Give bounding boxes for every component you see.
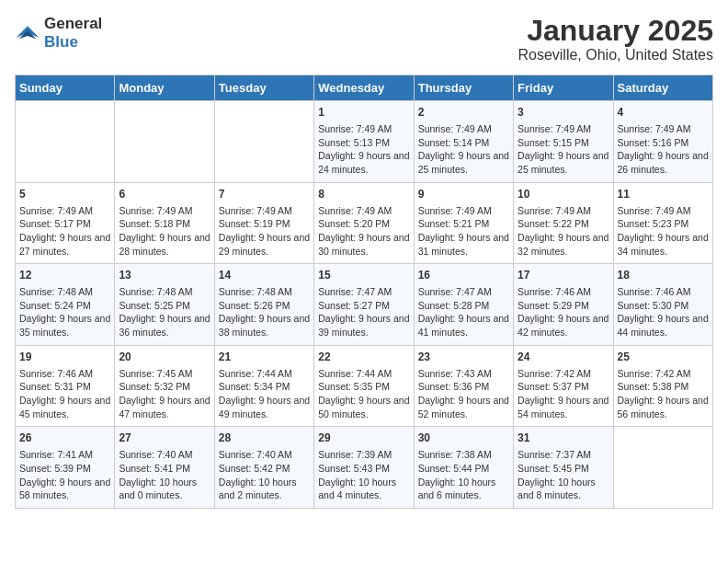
cell-text-line: Sunrise: 7:49 AM <box>119 205 192 216</box>
day-number: 5 <box>19 187 110 202</box>
calendar-cell: 16Sunrise: 7:47 AMSunset: 5:28 PMDayligh… <box>414 264 513 346</box>
calendar-title: January 2025 <box>518 15 713 47</box>
cell-text-line: Daylight: 9 hours and 49 minutes. <box>219 395 310 419</box>
cell-text-line: Sunrise: 7:40 AM <box>219 449 292 460</box>
calendar-cell: 6Sunrise: 7:49 AMSunset: 5:18 PMDaylight… <box>115 182 214 264</box>
cell-text-line: Sunset: 5:45 PM <box>518 463 589 474</box>
day-number: 1 <box>318 105 409 121</box>
col-header-thursday: Thursday <box>414 75 513 101</box>
cell-text-line: Daylight: 9 hours and 25 minutes. <box>418 150 509 175</box>
cell-text-line: Sunset: 5:34 PM <box>219 381 290 392</box>
cell-text-line: Sunrise: 7:49 AM <box>318 123 392 134</box>
calendar-cell: 2Sunrise: 7:49 AMSunset: 5:14 PMDaylight… <box>414 101 513 183</box>
cell-text-line: Daylight: 9 hours and 35 minutes. <box>19 313 110 338</box>
cell-text-line: Sunrise: 7:49 AM <box>19 205 93 216</box>
day-number: 18 <box>618 268 709 283</box>
day-number: 28 <box>219 431 310 446</box>
day-number: 21 <box>219 350 310 365</box>
cell-text-line: Sunrise: 7:43 AM <box>418 368 492 379</box>
cell-text-line: Sunset: 5:15 PM <box>518 137 589 148</box>
calendar-cell <box>115 101 214 183</box>
logo-icon <box>15 23 40 43</box>
calendar-week-row: 26Sunrise: 7:41 AMSunset: 5:39 PMDayligh… <box>16 427 713 509</box>
calendar-cell: 24Sunrise: 7:42 AMSunset: 5:37 PMDayligh… <box>514 345 613 427</box>
day-number: 20 <box>119 350 210 365</box>
col-header-friday: Friday <box>514 75 613 101</box>
calendar-cell: 29Sunrise: 7:39 AMSunset: 5:43 PMDayligh… <box>314 427 414 509</box>
cell-text-line: Sunset: 5:42 PM <box>219 463 290 474</box>
calendar-cell: 10Sunrise: 7:49 AMSunset: 5:22 PMDayligh… <box>514 182 613 264</box>
logo-blue: Blue <box>44 33 78 51</box>
cell-text-line: Sunset: 5:38 PM <box>618 381 689 392</box>
cell-text-line: Sunrise: 7:49 AM <box>518 123 591 134</box>
cell-text-line: Sunset: 5:25 PM <box>119 300 190 311</box>
calendar-cell: 23Sunrise: 7:43 AMSunset: 5:36 PMDayligh… <box>414 345 513 427</box>
day-number: 27 <box>119 431 210 446</box>
cell-text-line: Daylight: 9 hours and 50 minutes. <box>318 395 409 419</box>
cell-text-line: Sunrise: 7:40 AM <box>119 449 192 460</box>
day-number: 31 <box>518 431 609 446</box>
cell-text-line: Daylight: 9 hours and 42 minutes. <box>518 313 609 338</box>
day-number: 19 <box>19 350 110 365</box>
cell-text-line: Daylight: 10 hours and 4 minutes. <box>318 477 396 501</box>
day-number: 17 <box>518 268 609 283</box>
cell-text-line: Daylight: 9 hours and 44 minutes. <box>618 313 709 338</box>
calendar-cell: 21Sunrise: 7:44 AMSunset: 5:34 PMDayligh… <box>214 345 313 427</box>
cell-text-line: Sunset: 5:28 PM <box>418 300 490 311</box>
cell-text-line: Daylight: 10 hours and 0 minutes. <box>119 477 197 501</box>
cell-text-line: Daylight: 10 hours and 6 minutes. <box>418 477 496 501</box>
cell-text-line: Sunrise: 7:49 AM <box>618 205 691 216</box>
cell-text-line: Sunset: 5:35 PM <box>318 381 390 392</box>
cell-text-line: Sunrise: 7:49 AM <box>418 123 492 134</box>
day-number: 9 <box>418 187 509 202</box>
cell-text-line: Daylight: 9 hours and 24 minutes. <box>318 150 409 175</box>
cell-text-line: Sunset: 5:17 PM <box>19 218 91 229</box>
cell-text-line: Sunset: 5:20 PM <box>318 218 390 229</box>
calendar-table: SundayMondayTuesdayWednesdayThursdayFrid… <box>15 75 713 509</box>
cell-text-line: Daylight: 9 hours and 41 minutes. <box>418 313 509 338</box>
day-number: 8 <box>318 187 409 202</box>
calendar-week-row: 5Sunrise: 7:49 AMSunset: 5:17 PMDaylight… <box>16 182 713 264</box>
calendar-week-row: 12Sunrise: 7:48 AMSunset: 5:24 PMDayligh… <box>16 264 713 346</box>
calendar-cell: 4Sunrise: 7:49 AMSunset: 5:16 PMDaylight… <box>613 101 712 183</box>
calendar-cell: 17Sunrise: 7:46 AMSunset: 5:29 PMDayligh… <box>514 264 613 346</box>
cell-text-line: Sunset: 5:19 PM <box>219 218 290 229</box>
cell-text-line: Daylight: 9 hours and 34 minutes. <box>618 232 709 257</box>
cell-text-line: Daylight: 9 hours and 36 minutes. <box>119 313 210 338</box>
cell-text-line: Sunrise: 7:46 AM <box>518 286 591 297</box>
calendar-header-row: SundayMondayTuesdayWednesdayThursdayFrid… <box>16 75 713 101</box>
logo: General Blue <box>15 15 102 52</box>
day-number: 22 <box>318 350 409 365</box>
cell-text-line: Sunrise: 7:37 AM <box>518 449 591 460</box>
cell-text-line: Daylight: 9 hours and 39 minutes. <box>318 313 409 338</box>
cell-text-line: Daylight: 9 hours and 30 minutes. <box>318 232 409 257</box>
calendar-cell: 28Sunrise: 7:40 AMSunset: 5:42 PMDayligh… <box>214 427 313 509</box>
calendar-cell: 26Sunrise: 7:41 AMSunset: 5:39 PMDayligh… <box>16 427 115 509</box>
cell-text-line: Sunset: 5:14 PM <box>418 137 490 148</box>
cell-text-line: Sunrise: 7:49 AM <box>618 123 691 134</box>
cell-text-line: Sunrise: 7:49 AM <box>518 205 591 216</box>
calendar-cell: 12Sunrise: 7:48 AMSunset: 5:24 PMDayligh… <box>16 264 115 346</box>
cell-text-line: Sunset: 5:29 PM <box>518 300 589 311</box>
cell-text-line: Sunset: 5:13 PM <box>318 137 390 148</box>
cell-text-line: Sunrise: 7:46 AM <box>618 286 691 297</box>
cell-text-line: Daylight: 9 hours and 54 minutes. <box>518 395 609 419</box>
cell-text-line: Sunrise: 7:39 AM <box>318 449 392 460</box>
cell-text-line: Daylight: 9 hours and 56 minutes. <box>618 395 709 419</box>
cell-text-line: Sunrise: 7:45 AM <box>119 368 192 379</box>
calendar-cell: 13Sunrise: 7:48 AMSunset: 5:25 PMDayligh… <box>115 264 214 346</box>
calendar-cell <box>613 427 712 509</box>
col-header-wednesday: Wednesday <box>314 75 414 101</box>
col-header-tuesday: Tuesday <box>214 75 313 101</box>
cell-text-line: Daylight: 10 hours and 2 minutes. <box>219 477 297 501</box>
cell-text-line: Sunrise: 7:49 AM <box>219 205 292 216</box>
calendar-cell: 7Sunrise: 7:49 AMSunset: 5:19 PMDaylight… <box>214 182 313 264</box>
calendar-cell: 31Sunrise: 7:37 AMSunset: 5:45 PMDayligh… <box>514 427 613 509</box>
cell-text-line: Daylight: 9 hours and 31 minutes. <box>418 232 509 257</box>
cell-text-line: Daylight: 9 hours and 27 minutes. <box>19 232 110 257</box>
day-number: 25 <box>618 350 709 365</box>
logo-general: General <box>44 15 102 32</box>
calendar-cell: 3Sunrise: 7:49 AMSunset: 5:15 PMDaylight… <box>514 101 613 183</box>
calendar-cell: 22Sunrise: 7:44 AMSunset: 5:35 PMDayligh… <box>314 345 414 427</box>
cell-text-line: Sunrise: 7:38 AM <box>418 449 492 460</box>
